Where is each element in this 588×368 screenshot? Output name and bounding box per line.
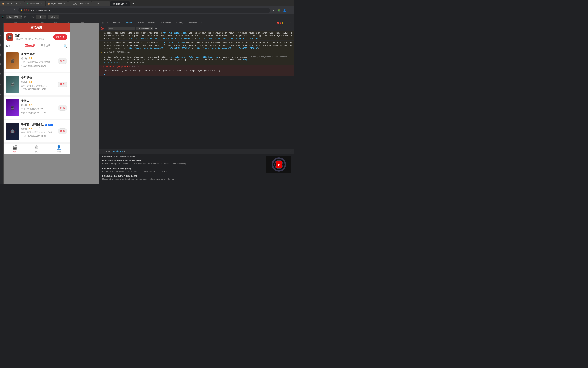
zoom-selector[interactable]: 100% xyxy=(35,15,46,18)
reload-button[interactable]: ↻ xyxy=(13,8,18,13)
back-button[interactable]: ← xyxy=(1,8,6,13)
movie-rating-label-4: 观众评 xyxy=(21,128,27,130)
bottom-nav-movies[interactable]: 🎬 电影 xyxy=(4,145,26,153)
tab-close[interactable]: ✕ xyxy=(19,2,22,5)
devtools-top-icon[interactable]: ⊕ xyxy=(155,27,157,30)
devtools-tab-network[interactable]: Network xyxy=(146,20,158,26)
new-tab-button[interactable]: + xyxy=(131,1,136,6)
tab-title: async - npm xyxy=(51,3,62,5)
devtools-tab-elements[interactable]: Elements xyxy=(110,20,122,26)
tab-close[interactable]: ✕ xyxy=(40,2,43,5)
extensions-button[interactable]: 🧩 xyxy=(276,8,281,13)
movies-nav-icon: 🎬 xyxy=(12,145,17,150)
search-button[interactable]: 🔍 xyxy=(63,44,68,48)
tab-coming-soon[interactable]: 即将上映 xyxy=(41,44,51,48)
phone-container: 猫眼电影 🎬 猫眼 在线选座，热门影讯，爱上看电影 立即打开 xyxy=(4,23,99,184)
movie-showtime-1: 今天263家影院放映2240场 xyxy=(21,64,55,67)
link-chromestatus-4[interactable]: https://www.chromestatus.com/feature/563… xyxy=(196,47,258,49)
devtools-tab-icons-area: 🔴 1 4 ⋮ ✕ xyxy=(277,21,293,25)
movies-nav-label: 电影 xyxy=(13,150,17,153)
movie-title-2: 少年的你 xyxy=(21,76,32,79)
tab-close[interactable]: ✕ xyxy=(105,2,108,5)
video-play-button[interactable]: ▶ xyxy=(276,161,282,168)
devtools-close-icon[interactable]: ✕ xyxy=(289,21,293,25)
devtools-settings-icon[interactable]: ⚙ xyxy=(101,21,105,25)
bottom-tab-console[interactable]: Console xyxy=(101,149,111,154)
profile-button[interactable]: 👤 xyxy=(282,8,287,13)
devtools-inspect-icon[interactable]: ↖ xyxy=(105,21,110,25)
link-chromestatus-2[interactable]: https://www.chromestatus.com/feature/563… xyxy=(199,37,261,39)
more-button[interactable]: ⋮ xyxy=(288,8,293,13)
buy-ticket-2[interactable]: 购票 xyxy=(58,82,68,87)
console-error-sub: PositionError {code: 1, message: "Only s… xyxy=(99,69,220,72)
tab-hot-movies[interactable]: 正在热映 xyxy=(25,44,35,48)
movie-info-4: 终结者：黑暗命运 D IMAX 观众评 8.6 主演：阿诺德·施瓦辛格,琳达·汉… xyxy=(21,123,55,138)
movie-rating-1: 9.1 xyxy=(28,57,32,60)
devtools-more-icon[interactable]: ⋮ xyxy=(283,21,288,25)
devtools-tab-sources[interactable]: Sources xyxy=(134,20,146,26)
bottom-nav-cinemas[interactable]: 🏛 影院 xyxy=(26,145,48,153)
app-open-button[interactable]: 立即打开 xyxy=(53,34,68,40)
error-expand-icon[interactable]: ▶ xyxy=(101,65,102,68)
whats-new-close[interactable]: × xyxy=(124,150,125,152)
tab-favicon: ▲ xyxy=(94,3,96,5)
console-level-select[interactable]: Default levels xyxy=(136,27,153,30)
devtools-tab-more[interactable]: » xyxy=(199,21,203,24)
more-device-options[interactable]: ⋮ xyxy=(289,15,293,19)
link-meituan[interactable]: http://meituan.com/ xyxy=(163,41,185,44)
bottom-panel-menu[interactable]: ⋮ xyxy=(128,150,131,153)
link-goo-gl[interactable]: https://goo.gl/rStTGz xyxy=(104,58,247,64)
tab-close[interactable]: ✕ xyxy=(125,2,128,5)
movie-info-1: 决战中途岛 观众评 9.1 主演：艾德·斯克林,卢克·伊万斯,... 今天263… xyxy=(21,53,55,67)
error-icon: 🔴 xyxy=(277,22,280,24)
tab-close[interactable]: ✕ xyxy=(87,2,89,5)
tab-vuex-demo[interactable]: ▲ vuex-demo ✕ xyxy=(25,1,45,6)
movie-nav: 深圳 ▼ 正在热映 即将上映 🔍 xyxy=(4,43,70,50)
buy-ticket-4[interactable]: 购票 xyxy=(58,128,68,134)
devtools-tab-memory[interactable]: Memory xyxy=(174,20,185,26)
tab-favicon: ▲ xyxy=(26,3,28,5)
tab-maoyan[interactable]: 🎬 猫眼电影 ✕ xyxy=(110,1,130,6)
link-chromestatus-1[interactable]: https://www.chromestatus.com/feature/508… xyxy=(131,37,193,39)
forward-button[interactable]: → xyxy=(7,8,12,13)
bottom-panel-close-btn[interactable]: ✕ xyxy=(289,150,293,153)
console-toolbar: 🚫 ▼ Default levels ⊕ xyxy=(99,26,294,31)
link-stat-ommon[interactable]: 7f=myfe/canary:/stat_ommon.01bad568.js:8 xyxy=(171,56,218,58)
bottom-tab-whats-new[interactable]: What's New × xyxy=(111,149,127,154)
device-selector[interactable]: iPhone 6/7/8 xyxy=(6,15,22,18)
devtools-tab-performance[interactable]: Performance xyxy=(158,20,173,26)
tab-vuejs[interactable]: ▲ 介绍 — Vue.js ✕ xyxy=(68,1,92,6)
console-filter-toggle[interactable]: ▼ xyxy=(105,27,107,30)
tab-favicon: ▲ xyxy=(70,3,72,5)
bookmark-button[interactable]: ★ xyxy=(271,8,276,13)
link-meituan-i[interactable]: http://i.meituan.com/ xyxy=(163,32,187,34)
movie-cast-3: 主演：大鹏,柳岩,张子贤 xyxy=(21,108,55,110)
tab-close[interactable]: ✕ xyxy=(63,2,66,5)
city-selector[interactable]: 深圳 ▼ xyxy=(6,45,12,48)
highlight-video-thumbnail[interactable]: ▶ xyxy=(266,156,291,173)
bottom-nav-profile[interactable]: 👤 我的 xyxy=(48,145,70,153)
error-count-badge: 🔴 1 xyxy=(277,22,281,24)
tab-favicon: 📦 xyxy=(48,3,50,5)
console-error-expand: ▶ xyxy=(99,73,107,76)
tab-module-vuex[interactable]: 📦 Module | Vuex ✕ xyxy=(0,1,24,6)
buy-ticket-1[interactable]: 购票 xyxy=(58,58,68,64)
highlights-title: Highlights from the Chrome 78 update xyxy=(102,156,264,158)
warning-icon-2: ⚠ xyxy=(101,41,103,44)
link-chromestatus-3[interactable]: https://www.chromestatus.com/feature/508… xyxy=(128,47,190,49)
console-msg-error: ▶ ✕ Uncaught (in promise) #movie:1 Posit… xyxy=(99,65,294,76)
buy-ticket-3[interactable]: 购票 xyxy=(58,105,68,110)
address-bar[interactable]: 🔓 不安全 m.maoyan.com/#movie xyxy=(18,8,270,13)
devtools-tab-application[interactable]: Application xyxy=(185,20,199,26)
cinemas-nav-label: 影院 xyxy=(35,150,39,153)
console-filter-input[interactable] xyxy=(108,27,135,30)
network-selector[interactable]: Online xyxy=(48,15,59,18)
device-toolbar-toggle[interactable]: 📱 xyxy=(1,16,4,18)
tab-vue-cli[interactable]: ▲ Vue CLI ✕ xyxy=(92,1,110,6)
warning-icon-3: ⚠ xyxy=(101,51,103,54)
console-clear-button[interactable]: 🚫 xyxy=(101,27,104,30)
nav-tabs: 正在热映 即将上映 xyxy=(12,44,63,48)
profile-nav-icon: 👤 xyxy=(56,145,61,150)
tab-async-npm[interactable]: 📦 async - npm ✕ xyxy=(45,1,68,6)
devtools-tab-console[interactable]: Console xyxy=(123,20,134,26)
